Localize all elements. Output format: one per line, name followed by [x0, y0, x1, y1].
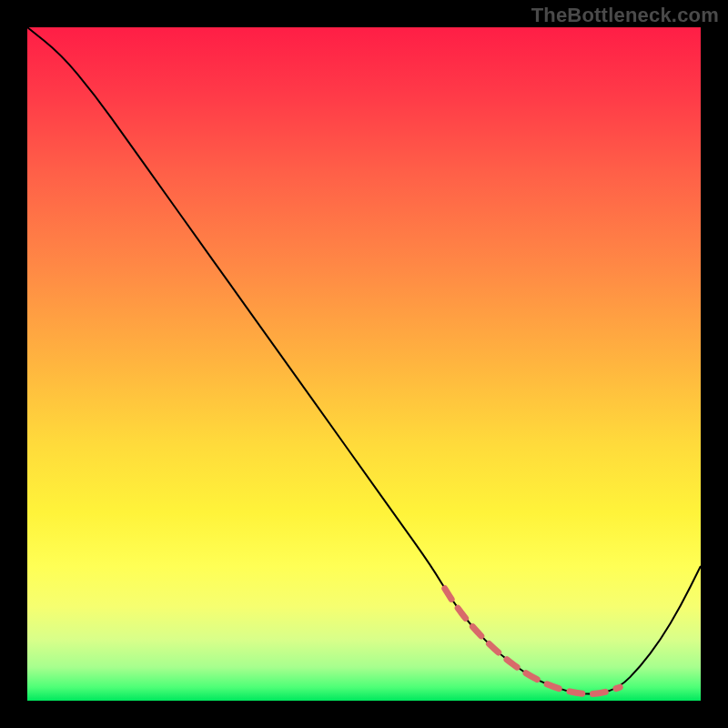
- bottleneck-curve: [27, 27, 701, 694]
- plot-area: [27, 27, 701, 701]
- curve-svg: [27, 27, 701, 701]
- chart-frame: TheBottleneck.com: [0, 0, 728, 728]
- bottleneck-highlight: [445, 589, 620, 694]
- watermark-text: TheBottleneck.com: [531, 4, 719, 27]
